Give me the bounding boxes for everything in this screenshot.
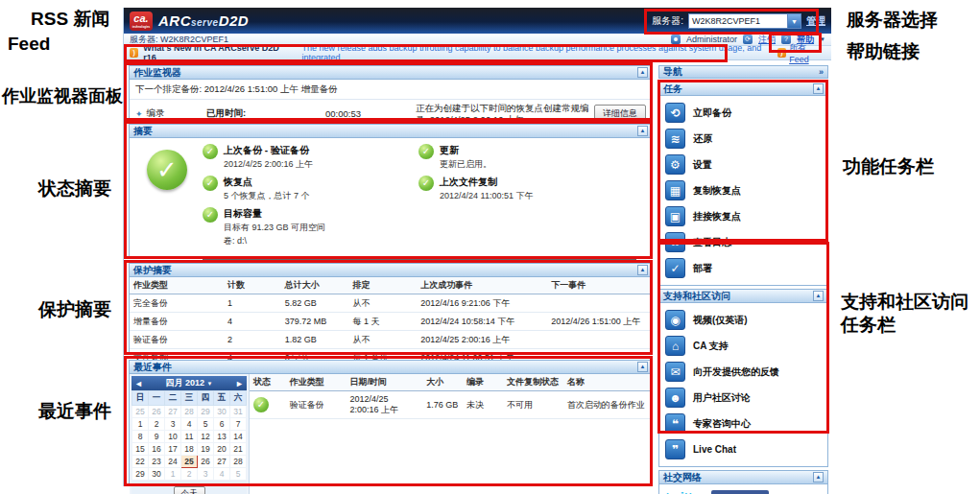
calendar-day[interactable]: 31 xyxy=(230,406,247,418)
table-row[interactable]: 增量备份4379.72 MB每 1 天2012/4/24 10:58:14 下午… xyxy=(130,313,652,331)
calendar-day[interactable]: 28 xyxy=(181,406,198,418)
task-item[interactable]: ✓部署 xyxy=(665,255,822,281)
calendar-day[interactable]: 5 xyxy=(198,418,214,431)
collapse-icon[interactable]: ▲ xyxy=(637,362,648,372)
collapse-icon[interactable]: ▲ xyxy=(813,83,824,94)
rss-news-description[interactable]: The new release adds backup throttling c… xyxy=(301,43,773,62)
chevron-down-icon[interactable]: ▼ xyxy=(787,14,801,28)
calendar-day[interactable]: 13 xyxy=(214,431,230,443)
column-header: 日期/时间 xyxy=(347,374,423,391)
calendar-day[interactable]: 25 xyxy=(181,456,198,468)
status-ok-icon: ✓ xyxy=(203,176,218,191)
summary-item: ✓目标容量目标有 91.23 GB 可用空间卷: d:\ xyxy=(203,207,418,247)
expand-icon[interactable]: » xyxy=(819,67,824,77)
server-select[interactable]: W2K8R2CVPEF1 ▼ xyxy=(688,13,801,29)
table-row[interactable]: ✓验证备份2012/4/25 2:00:16 上午1.76 GB未决不可用首次启… xyxy=(250,391,652,419)
calendar-day[interactable]: 4 xyxy=(214,468,230,481)
collapse-icon[interactable]: ▲ xyxy=(813,291,824,301)
calendar-day[interactable]: 27 xyxy=(214,456,230,468)
table-cell: 2012/4/24 10:58:14 下午 xyxy=(417,313,547,331)
calendar-day[interactable]: 21 xyxy=(230,443,247,456)
calendar-day[interactable]: 26 xyxy=(198,456,214,468)
calendar-day[interactable]: 25 xyxy=(132,406,149,418)
table-row[interactable]: 完全备份15.82 GB从不2012/4/16 9:21:06 下午 xyxy=(130,294,652,313)
support-item[interactable]: ❞Live Chat xyxy=(665,436,822,462)
calendar-day[interactable]: 11 xyxy=(181,431,198,443)
all-feeds-link[interactable]: 所有 Feed xyxy=(789,42,825,64)
calendar-prev-icon[interactable]: ◄ xyxy=(134,379,143,388)
support-label: Live Chat xyxy=(693,444,736,455)
calendar-day[interactable]: 15 xyxy=(132,443,149,456)
task-label: 设置 xyxy=(693,158,712,172)
support-item[interactable]: ☻用户社区讨论 xyxy=(665,385,822,411)
table-row[interactable]: 验证备份21.82 GB从不2012/4/25 2:00:16 上午 xyxy=(130,331,652,349)
calendar-day[interactable]: 23 xyxy=(149,456,165,468)
calendar-day[interactable]: 3 xyxy=(198,468,214,481)
calendar-day[interactable]: 28 xyxy=(230,456,247,468)
twitter-logo[interactable]: twitter xyxy=(665,489,705,494)
details-button[interactable]: 详细信息 xyxy=(594,105,646,123)
calendar-day[interactable]: 2 xyxy=(149,418,165,431)
rss-news-title[interactable]: What's New in CA ARCserve D2D r16 xyxy=(143,43,283,62)
task-item[interactable]: ⚙设置 xyxy=(665,152,822,177)
calendar-day[interactable]: 10 xyxy=(165,431,181,443)
tasks-title: 任务 xyxy=(663,82,682,96)
calendar-day[interactable]: 2 xyxy=(181,468,198,481)
task-item[interactable]: ▣挂接恢复点 xyxy=(665,203,822,229)
calendar-day[interactable]: 8 xyxy=(132,431,149,443)
table-header-row: 作业类型计数总计大小排定上次成功事件下一事件 xyxy=(130,277,652,294)
calendar-day[interactable]: 5 xyxy=(230,468,247,481)
support-item[interactable]: ❝专家咨询中心 xyxy=(665,411,822,436)
summary-item: ✓更新更新已启用。 xyxy=(418,144,533,171)
calendar-day[interactable]: 4 xyxy=(181,418,198,431)
calendar-day[interactable]: 22 xyxy=(132,456,149,468)
status-ok-icon: ✓ xyxy=(418,144,434,159)
calendar-day[interactable]: 19 xyxy=(198,443,214,456)
table-cell: 2012/4/26 1:51:00 上午 xyxy=(547,313,652,331)
task-item[interactable]: ⟲立即备份 xyxy=(665,100,822,126)
task-item[interactable]: ▦复制恢复点 xyxy=(665,177,822,203)
calendar-day[interactable]: 30 xyxy=(149,468,165,481)
collapse-icon[interactable]: ▲ xyxy=(637,265,648,275)
collapse-icon[interactable]: ▲ xyxy=(813,472,824,482)
table-cell: 1.76 GB xyxy=(422,391,463,419)
calendar-day[interactable]: 7 xyxy=(230,418,247,431)
facebook-logo[interactable]: facebook xyxy=(711,490,769,494)
calendar-day[interactable]: 30 xyxy=(214,406,230,418)
task-item[interactable]: ∞查看日志 xyxy=(665,229,822,255)
collapse-icon[interactable]: ▲ xyxy=(637,126,648,136)
calendar-day[interactable]: 24 xyxy=(165,456,181,468)
calendar-day-header: 二 xyxy=(165,391,181,406)
task-icon-2: ⚙ xyxy=(665,154,685,175)
calendar-day[interactable]: 3 xyxy=(165,418,181,431)
summary-item-detail: 5 个恢复点，总计 7 个 xyxy=(224,190,310,202)
calendar-day[interactable]: 27 xyxy=(165,406,181,418)
table-cell: 379.72 MB xyxy=(281,313,349,331)
calendar-day[interactable]: 6 xyxy=(214,418,230,431)
calendar-day[interactable]: 12 xyxy=(198,431,214,443)
collapse-icon[interactable]: ▲ xyxy=(637,67,648,78)
calendar-day[interactable]: 1 xyxy=(165,468,181,481)
status-ok-icon: ✓ xyxy=(203,144,218,159)
today-button[interactable]: 今天 xyxy=(174,486,205,494)
server-select-value: W2K8R2CVPEF1 xyxy=(689,16,787,26)
calendar-day[interactable]: 20 xyxy=(214,443,230,456)
calendar-day[interactable]: 29 xyxy=(132,468,149,481)
calendar-day[interactable]: 26 xyxy=(149,406,165,418)
job-message: 正在为创建于以下时间的恢复点创建常规编录: 2012/4/25 2:00:16 … xyxy=(416,103,590,126)
support-community-panel: 支持和社区访问 ▲ ◉视频(仅英语)⌂CA 支持✉向开发提供您的反馈☻用户社区讨… xyxy=(658,289,828,467)
calendar-day[interactable]: 17 xyxy=(165,443,181,456)
manage-link[interactable]: 管理 xyxy=(806,14,825,28)
support-item[interactable]: ⌂CA 支持 xyxy=(665,333,822,359)
task-item[interactable]: ≋还原 xyxy=(665,126,822,152)
support-item[interactable]: ◉视频(仅英语) xyxy=(665,307,822,333)
support-item[interactable]: ✉向开发提供您的反馈 xyxy=(665,359,822,385)
calendar-day[interactable]: 29 xyxy=(198,406,214,418)
calendar-day[interactable]: 9 xyxy=(149,431,165,443)
calendar-day[interactable]: 16 xyxy=(149,443,165,456)
calendar-day[interactable]: 18 xyxy=(181,443,198,456)
calendar-day[interactable]: 1 xyxy=(132,418,149,431)
calendar-next-icon[interactable]: ► xyxy=(235,379,244,388)
calendar-day[interactable]: 14 xyxy=(230,431,247,443)
calendar-month[interactable]: 四月 2012 ▼ xyxy=(143,377,235,389)
